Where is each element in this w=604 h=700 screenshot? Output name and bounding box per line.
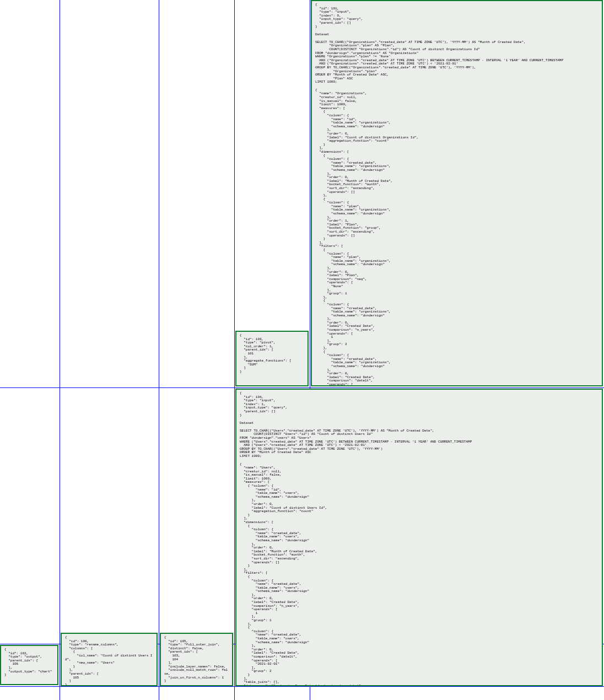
node-104-sql: SELECT TO_CHAR(("Users"."created_date" A… [236,427,602,461]
node-103-body: { "id": 103, "type": "pivot", "col_order… [236,332,308,376]
node-102-body: { "id": 102, "type": "output", "parent_i… [1,646,57,680]
node-input-101[interactable]: { "id": 101, "type": "input", "index": 0… [311,0,603,386]
node-101-sql: SELECT TO_CHAR(("Organizations"."created… [312,39,602,87]
dag-canvas: { "id": 101, "type": "input", "index": 0… [0,0,604,700]
node-105-body: { "id": 105, "type": "full_outer_join", … [161,634,232,686]
node-output-102[interactable]: { "id": 102, "type": "output", "parent_i… [0,645,58,685]
gridline-v2 [159,0,159,700]
node-104-body: { "name": "Users", "creator_id": null, "… [236,461,602,687]
gridline-h1 [0,387,604,388]
node-pivot-103[interactable]: { "id": 103, "type": "pivot", "col_order… [235,331,309,386]
gridline-h3 [0,686,604,687]
node-106-body: { "id": 106, "type": "rename_columns", "… [62,634,157,686]
node-101-dataset-label: Dataset [312,33,602,37]
node-input-104[interactable]: { "id": 104, "type": "input", "index": 1… [235,389,603,686]
gridline-v3 [234,0,235,700]
node-104-dataset-label: Dataset [236,422,602,426]
node-101-body: { "name": "Organizations", "creator_id":… [312,87,602,386]
node-101-header: { "id": 101, "type": "input", "index": 0… [312,1,602,31]
node-join-105[interactable]: { "id": 105, "type": "full_outer_join", … [160,633,233,686]
gridline-v1 [60,0,60,700]
node-rename-106[interactable]: { "id": 106, "type": "rename_columns", "… [61,633,158,686]
node-104-header: { "id": 104, "type": "input", "index": 1… [236,390,602,419]
